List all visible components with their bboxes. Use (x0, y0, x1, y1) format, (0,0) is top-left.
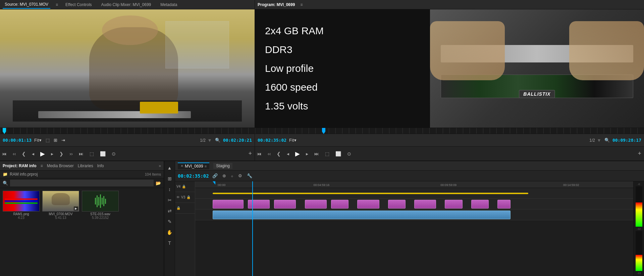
v3-clip-8[interactable] (414, 200, 436, 209)
program-frame-fwd-btn[interactable]: ▸ (304, 150, 310, 158)
source-fit-dropdown[interactable]: Fit ▾ (33, 137, 43, 143)
info-tab[interactable]: Info (97, 164, 104, 168)
source-jog-back-btn[interactable]: ‹‹ (11, 150, 18, 158)
source-step-fwd-btn[interactable]: ⏭ (77, 150, 86, 158)
track-select-btn[interactable]: ⊞ (166, 175, 174, 183)
timeline-playhead[interactable] (252, 181, 253, 276)
timeline-tab-active[interactable]: ✕ MVI_0699 ≡ (178, 163, 209, 169)
source-header: Source: MVI_0701.MOV ≡ Effect Controls A… (0, 0, 255, 9)
timeline-tab-label: MVI_0699 (185, 164, 203, 169)
tl-settings-btn[interactable]: ⚙ (237, 173, 244, 179)
razor-tool-btn[interactable]: ✂ (166, 196, 174, 204)
source-tab-effect[interactable]: Effect Controls (63, 1, 94, 8)
program-insert-btn[interactable]: ⬚ (323, 150, 331, 158)
timeline-staging-tab[interactable]: Staging (213, 163, 232, 169)
source-settings-icon[interactable]: ⊞ (52, 137, 59, 143)
timeline-tab-menu-icon[interactable]: ≡ (205, 164, 207, 168)
v3-clip-5[interactable] (331, 200, 348, 209)
program-play-btn[interactable]: ▶ (293, 149, 302, 159)
track-v4 (195, 188, 633, 199)
source-tab-audio[interactable]: Audio Clip Mixer: MVI_0699 (99, 1, 153, 8)
timeline-tab-close-icon[interactable]: ✕ (180, 164, 183, 168)
v3-clip-1[interactable] (213, 200, 243, 209)
source-play-btn[interactable]: ▶ (38, 149, 47, 159)
wave-bar (98, 197, 99, 205)
slip-tool-btn[interactable]: ⇄ (166, 207, 174, 215)
media-browser-tab[interactable]: Media Browser (47, 164, 74, 168)
source-scrubber[interactable] (0, 128, 255, 134)
program-frame-back-btn[interactable]: ◂ (285, 150, 291, 158)
meter-label-0: -0 (636, 183, 642, 186)
v3-clip-9[interactable] (445, 200, 462, 209)
source-mark-out-btn[interactable]: ❯ (57, 150, 65, 158)
tl-link-btn[interactable]: 🔗 (211, 173, 219, 179)
selection-tool-btn[interactable]: ▲ (166, 164, 174, 172)
program-overwrite-btn[interactable]: ⬜ (333, 150, 343, 158)
program-fit-dropdown[interactable]: Fit ▾ (288, 137, 298, 143)
v3-clip-4[interactable] (305, 200, 327, 209)
program-menu-icon[interactable]: ≡ (300, 2, 303, 7)
v3-clip-6[interactable] (357, 200, 379, 209)
track-v3-lock[interactable]: 🔒 (186, 195, 191, 199)
list-item[interactable]: RAM1.png 4:23 (3, 191, 40, 220)
v3-clip-11[interactable] (497, 200, 511, 209)
program-scrubber[interactable] (255, 128, 644, 134)
type-tool-btn[interactable]: T (166, 239, 174, 247)
audio-meter-right (636, 231, 642, 271)
expand-btn[interactable]: » (159, 164, 161, 168)
program-mark-in-btn[interactable]: ❮ (275, 150, 283, 158)
source-frame-icon[interactable]: ⬚ (44, 137, 51, 143)
program-step-fwd-btn[interactable]: ⏭ (312, 150, 321, 158)
search-icon[interactable]: 🔍 (3, 181, 8, 186)
source-trim-icon[interactable]: ⇥ (60, 137, 66, 143)
hand-tool-btn[interactable]: ✋ (166, 228, 174, 236)
program-jog-back-btn[interactable]: ‹‹ (266, 150, 273, 158)
list-item[interactable]: STE-015.wav 5:39:22152 (82, 191, 119, 220)
source-tab-active[interactable]: Source: MVI_0701.MOV (3, 1, 50, 9)
tl-wrench-btn[interactable]: 🔧 (246, 173, 254, 179)
track-v2-bg (195, 210, 633, 220)
track-lock-btn[interactable]: 🔒 (176, 206, 180, 210)
track-v3-eye[interactable]: 👁 (176, 195, 180, 199)
folder-icon: 📁 (3, 172, 8, 177)
tl-magnet-btn[interactable]: ⊕ (221, 173, 227, 179)
libraries-tab[interactable]: Libraries (78, 164, 93, 168)
source-step-back-btn[interactable]: ⏮ (0, 150, 9, 158)
source-zoom-icon[interactable]: 🔍 (214, 137, 222, 143)
v3-clip-2[interactable] (248, 200, 270, 209)
source-add-btn[interactable]: + (246, 150, 255, 157)
v3-clip-10[interactable] (471, 200, 489, 209)
tl-markers-btn[interactable]: ⬦ (229, 173, 235, 179)
ruler-label-1: 00:04:59:16 (314, 183, 330, 187)
source-overwrite-btn[interactable]: ⬜ (98, 150, 108, 158)
list-item[interactable]: ▶ MVI_0700.MOV 5:41:13 (42, 191, 79, 220)
project-title: Project: RAM info (3, 164, 37, 168)
source-frame-back-btn[interactable]: ◂ (30, 150, 36, 158)
audio-thumbnail (82, 191, 118, 211)
v4-yellow-clip[interactable] (213, 193, 528, 194)
wave-bar (95, 198, 96, 204)
program-fraction: 1/2 (589, 138, 595, 143)
project-menu-icon[interactable]: ≡ (41, 164, 43, 168)
meter-label-12: -12 (636, 227, 642, 230)
search-input[interactable] (10, 180, 154, 186)
v3-clip-7[interactable] (388, 200, 406, 209)
source-tab-metadata[interactable]: Metadata (158, 1, 179, 8)
program-step-back-btn[interactable]: ⏮ (255, 150, 264, 158)
source-jog-fwd-btn[interactable]: ›› (67, 150, 74, 158)
v3-clip-3[interactable] (274, 200, 296, 209)
source-camera-btn[interactable]: ⊙ (110, 150, 118, 158)
source-mark-in-btn[interactable]: ❮ (20, 150, 28, 158)
wave-bar (102, 198, 103, 204)
source-frame-fwd-btn[interactable]: ▸ (49, 150, 55, 158)
ripple-tool-btn[interactable]: ↕ (166, 185, 174, 193)
source-menu-icon[interactable]: ≡ (56, 2, 58, 7)
pen-tool-btn[interactable]: ✎ (166, 218, 174, 226)
lock-icon-v4[interactable]: 🔒 (182, 185, 186, 188)
program-zoom-icon[interactable]: 🔍 (603, 137, 611, 143)
program-camera-btn[interactable]: ⊙ (345, 150, 353, 158)
v2-clip-1[interactable] (213, 211, 511, 219)
source-insert-btn[interactable]: ⬚ (88, 150, 96, 158)
new-folder-btn[interactable]: 📂 (156, 181, 161, 186)
program-add-btn[interactable]: + (635, 150, 644, 157)
